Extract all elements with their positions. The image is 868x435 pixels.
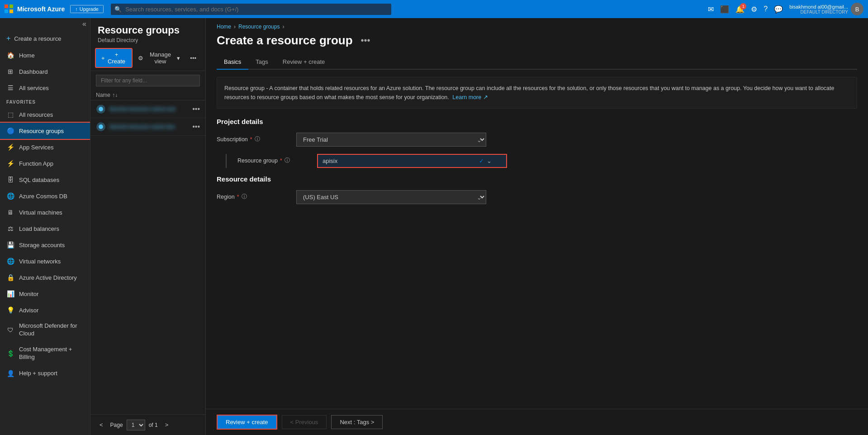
storage-icon: 💾	[6, 241, 14, 249]
row-more-button[interactable]: •••	[192, 105, 200, 113]
sidebar-item-home[interactable]: 🏠 Home	[0, 47, 90, 63]
cloud-shell-button[interactable]: ⬛	[720, 5, 729, 14]
vnet-icon: 🌐	[6, 257, 14, 265]
sidebar-item-cost-management[interactable]: 💲 Cost Management + Billing	[0, 342, 90, 365]
notifications-button[interactable]: 🔔 1	[735, 5, 745, 14]
create-resource-label: Create a resource	[14, 35, 61, 42]
sidebar-item-azure-active-directory[interactable]: 🔒 Azure Active Directory	[0, 269, 90, 286]
info-icon[interactable]: ⓘ	[255, 135, 260, 143]
settings-button[interactable]: ⚙	[751, 5, 757, 14]
ms-logo-icon	[5, 5, 14, 14]
external-link-icon: ↗	[483, 94, 488, 100]
resource-group-label: Resource group * ⓘ	[237, 154, 310, 164]
resource-group-row: Resource group * ⓘ apisix ✓ ⌄	[237, 154, 857, 168]
region-row: Region * ⓘ (US) East US	[217, 190, 857, 204]
page-title: Create a resource group	[217, 33, 353, 48]
name-header-label: Name	[96, 92, 110, 98]
sidebar-item-label: Dashboard	[19, 68, 48, 75]
more-options-button[interactable]: •••	[186, 53, 200, 64]
notification-badge: 1	[740, 3, 746, 10]
aad-icon: 🔒	[6, 273, 14, 282]
learn-more-link[interactable]: Learn more	[452, 94, 481, 100]
sidebar-item-all-resources[interactable]: ⬚ All resources	[0, 106, 90, 123]
sidebar-item-storage-accounts[interactable]: 💾 Storage accounts	[0, 237, 90, 253]
sidebar-item-virtual-machines[interactable]: 🖥 Virtual machines	[0, 204, 90, 220]
prev-page-button[interactable]: <	[96, 419, 107, 430]
sort-icon: ↑↓	[112, 92, 118, 98]
sidebar-item-label: Advisor	[19, 307, 38, 314]
review-create-button[interactable]: Review + create	[217, 415, 277, 430]
user-profile[interactable]: bisakhmond al00@gmail... DEFAULT DIRECTO…	[789, 3, 863, 15]
topbar: Microsoft Azure ↑ Upgrade 🔍 ✉ ⬛ 🔔 1 ⚙ ? …	[0, 0, 868, 18]
manage-view-button[interactable]: ⚙ Manage view ▾	[134, 49, 184, 67]
chevron-down-icon: ⌄	[487, 158, 492, 164]
table-row[interactable]: blurred-resource-name-two •••	[90, 118, 205, 136]
sidebar-item-label: Azure Active Directory	[19, 274, 77, 281]
monitor-icon: 📊	[6, 290, 14, 298]
sidebar-item-help-support[interactable]: 👤 Help + support	[0, 365, 90, 382]
svg-point-3	[99, 124, 103, 129]
sidebar-item-load-balancers[interactable]: ⚖ Load balancers	[0, 220, 90, 237]
sql-icon: 🗄	[6, 176, 14, 184]
sidebar-item-monitor[interactable]: 📊 Monitor	[0, 286, 90, 302]
resource-group-field[interactable]: apisix ✓ ⌄	[317, 154, 507, 168]
sidebar-item-advisor[interactable]: 💡 Advisor	[0, 302, 90, 318]
create-button[interactable]: + + Create	[96, 49, 132, 67]
sidebar-item-defender[interactable]: 🛡 Microsoft Defender for Cloud	[0, 318, 90, 342]
region-dropdown-wrap: (US) East US	[296, 190, 486, 204]
sidebar-collapse-button[interactable]: «	[82, 20, 86, 28]
collapse-section: «	[0, 18, 90, 30]
header-more-button[interactable]: •••	[361, 35, 370, 46]
sidebar-item-sql-databases[interactable]: 🗄 SQL databases	[0, 172, 90, 188]
sidebar-item-cosmos-db[interactable]: 🌐 Azure Cosmos DB	[0, 188, 90, 204]
feedback-button[interactable]: 💬	[774, 5, 783, 14]
description-text: Resource group - A container that holds …	[224, 85, 835, 100]
region-dropdown[interactable]: (US) East US	[296, 190, 486, 204]
pagination-bar: < Page 1 of 1 >	[90, 414, 205, 435]
next-button[interactable]: Next : Tags >	[331, 415, 383, 429]
sidebar-item-all-services[interactable]: ☰ All services	[0, 80, 90, 96]
breadcrumb: Home › Resource groups ›	[206, 18, 868, 32]
breadcrumb-home[interactable]: Home	[217, 24, 231, 30]
all-services-icon: ☰	[6, 84, 14, 92]
sidebar-item-label: Resource groups	[19, 128, 64, 134]
tab-review-create[interactable]: Review + create	[275, 55, 332, 70]
subscription-dropdown[interactable]: Free Trial	[296, 133, 486, 147]
tabs: Basics Tags Review + create	[217, 55, 857, 70]
project-details-title: Project details	[217, 118, 857, 125]
sidebar-item-app-services[interactable]: ⚡ App Services	[0, 139, 90, 155]
resource-group-value: apisix	[323, 158, 337, 164]
panel-header: Resource groups Default Directory	[90, 18, 205, 45]
sidebar-item-resource-groups[interactable]: 🔵 Resource groups	[0, 123, 90, 139]
home-icon: 🏠	[6, 51, 14, 59]
resource-group-icon	[96, 104, 106, 114]
tab-basics[interactable]: Basics	[217, 55, 248, 70]
help-button[interactable]: ?	[764, 5, 768, 13]
topbar-actions: ✉ ⬛ 🔔 1 ⚙ ? 💬 bisakhmond al00@gmail... D…	[708, 3, 863, 15]
required-asterisk: *	[250, 136, 252, 143]
info-icon[interactable]: ⓘ	[242, 193, 247, 201]
sidebar-item-label: Monitor	[19, 291, 38, 297]
search-input[interactable]	[111, 4, 391, 15]
sidebar-item-function-app[interactable]: ⚡ Function App	[0, 155, 90, 172]
filter-input[interactable]	[96, 75, 200, 86]
sidebar-item-dashboard[interactable]: ⊞ Dashboard	[0, 63, 90, 80]
upgrade-label: Upgrade	[80, 6, 99, 12]
row-more-button[interactable]: •••	[192, 123, 200, 131]
feedback-icon-button[interactable]: ✉	[708, 5, 714, 14]
svg-point-1	[99, 107, 103, 111]
previous-button[interactable]: < Previous	[282, 415, 327, 429]
upgrade-button[interactable]: ↑ Upgrade	[70, 5, 104, 13]
info-icon[interactable]: ⓘ	[285, 157, 290, 164]
name-column-header[interactable]: Name ↑↓	[96, 92, 200, 98]
page-select[interactable]: 1	[127, 420, 145, 430]
user-email: bisakhmond al00@gmail...	[789, 4, 848, 10]
tab-tags[interactable]: Tags	[248, 55, 275, 70]
sidebar-item-create-resource[interactable]: + Create a resource	[0, 30, 90, 47]
breadcrumb-resource-groups[interactable]: Resource groups	[238, 24, 280, 30]
user-avatar: B	[851, 3, 863, 15]
advisor-icon: 💡	[6, 306, 14, 314]
next-page-button[interactable]: >	[161, 419, 172, 430]
sidebar-item-virtual-networks[interactable]: 🌐 Virtual networks	[0, 253, 90, 269]
table-row[interactable]: blurred-resource-name-one •••	[90, 100, 205, 118]
